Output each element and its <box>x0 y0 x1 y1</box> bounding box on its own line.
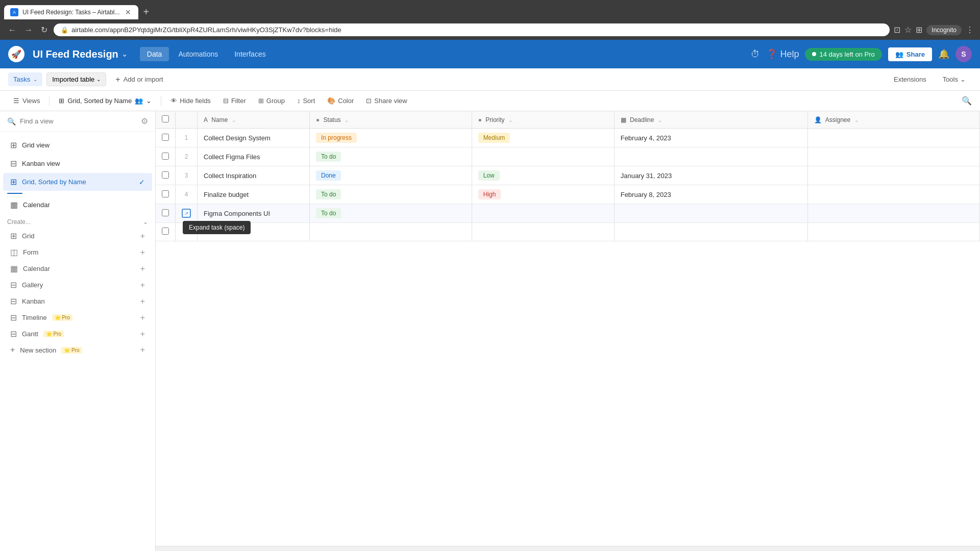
tab-close-button[interactable]: ✕ <box>124 8 132 16</box>
row-priority-cell[interactable] <box>472 204 614 223</box>
select-all-checkbox[interactable] <box>162 115 169 122</box>
row-checkbox[interactable] <box>162 171 169 179</box>
row-assignee-cell[interactable] <box>808 166 980 185</box>
deadline-sort-icon[interactable]: ⌄ <box>658 117 662 123</box>
url-box[interactable]: 🔒 airtable.com/appnB2PYqtdgiMrZG/tbliXpR… <box>54 23 890 36</box>
row-deadline-cell[interactable]: January 31, 2023 <box>614 166 807 185</box>
row-deadline-cell[interactable] <box>614 147 807 166</box>
group-button[interactable]: ⊞ Group <box>253 94 290 107</box>
row-assignee-cell[interactable] <box>808 223 980 241</box>
bookmark-icon[interactable]: ☆ <box>904 25 912 35</box>
row-checkbox[interactable] <box>162 228 169 235</box>
import-table-button[interactable]: Imported table ⌄ <box>46 72 106 86</box>
col-priority: ● Priority ⌄ <box>472 111 614 129</box>
row-priority-cell[interactable]: Medium <box>472 129 614 147</box>
row-priority-cell[interactable]: Low <box>472 166 614 185</box>
nav-automations-button[interactable]: Automations <box>171 47 225 61</box>
grid-sorted-button[interactable]: ⊞ Grid, Sorted by Name 👥 ⌄ <box>54 94 157 107</box>
sidebar-create-grid[interactable]: ⊞ Grid + <box>3 228 152 244</box>
table-row[interactable]: 4 Finalize budget To do High February 8,… <box>156 185 980 204</box>
sidebar-item-grid-sorted[interactable]: ⊞ Grid, Sorted by Name ✓ <box>3 173 152 191</box>
help-button[interactable]: ❓ Help <box>766 48 799 60</box>
nav-data-button[interactable]: Data <box>140 47 169 61</box>
reload-button[interactable]: ↻ <box>39 23 50 37</box>
sidebar-create-label: Kanban <box>22 297 45 305</box>
row-priority-cell[interactable] <box>472 223 614 241</box>
table-row[interactable]: 3 Collect Inspiration Done Low January 3… <box>156 166 980 185</box>
row-checkbox[interactable] <box>162 209 169 216</box>
avatar[interactable]: S <box>955 46 972 62</box>
expand-row-icon[interactable]: ↗ Expand task (space) <box>182 209 191 218</box>
hide-fields-button[interactable]: 👁 Hide fields <box>165 94 216 107</box>
menu-icon[interactable]: ⋮ <box>966 25 974 35</box>
sidebar-create-calendar[interactable]: ▦ Calendar + <box>3 261 152 277</box>
sidebar-create-form[interactable]: ◫ Form + <box>3 244 152 260</box>
add-import-button[interactable]: + Add or import <box>110 72 168 87</box>
color-button[interactable]: 🎨 Color <box>322 94 359 107</box>
row-deadline-cell[interactable] <box>614 204 807 223</box>
row-name-cell[interactable]: Collect Design System <box>198 129 310 147</box>
name-sort-icon[interactable]: ⌄ <box>232 117 236 123</box>
row-name-cell[interactable]: Finalize budget <box>198 185 310 204</box>
row-assignee-cell[interactable] <box>808 129 980 147</box>
table-row[interactable]: ↗ Expand task (space) Figma Components U… <box>156 204 980 223</box>
extension-icon[interactable]: ⊞ <box>916 25 922 35</box>
row-priority-cell[interactable]: High <box>472 185 614 204</box>
history-icon[interactable]: ⏱ <box>751 49 760 60</box>
table-row[interactable]: 1 Collect Design System In progress Medi… <box>156 129 980 147</box>
back-button[interactable]: ← <box>6 23 18 37</box>
sidebar-item-grid-view[interactable]: ⊞ Grid view <box>3 136 152 154</box>
row-deadline-cell[interactable] <box>614 223 807 241</box>
row-checkbox[interactable] <box>162 153 169 160</box>
search-input[interactable] <box>20 117 137 125</box>
row-status-cell[interactable]: To do <box>310 147 472 166</box>
row-checkbox[interactable] <box>162 190 169 197</box>
row-name-cell[interactable]: Collect Inspiration <box>198 166 310 185</box>
new-tab-button[interactable]: + <box>139 4 154 20</box>
row-status-cell[interactable]: To do <box>310 204 472 223</box>
sidebar-create-gantt[interactable]: ⊟ Gantt ⭐ Pro + <box>3 326 152 342</box>
table-row[interactable]: 6 <box>156 223 980 241</box>
filter-button[interactable]: ⊟ Filter <box>218 94 251 107</box>
sidebar-create-timeline[interactable]: ⊟ Timeline ⭐ Pro + <box>3 310 152 325</box>
active-tab[interactable]: A UI Feed Redesign: Tasks – Airtabl... ✕ <box>4 5 138 19</box>
views-button[interactable]: ☰ Views <box>8 94 45 107</box>
sidebar-item-kanban-view[interactable]: ⊟ Kanban view <box>3 155 152 172</box>
row-status-cell[interactable]: In progress <box>310 129 472 147</box>
notification-icon[interactable]: 🔔 <box>938 48 949 60</box>
table-row[interactable]: 2 Collect Figma Files To do <box>156 147 980 166</box>
row-priority-cell[interactable] <box>472 147 614 166</box>
search-icon[interactable]: 🔍 <box>962 96 972 106</box>
row-deadline-cell[interactable]: February 8, 2023 <box>614 185 807 204</box>
row-checkbox[interactable] <box>162 134 169 141</box>
row-assignee-cell[interactable] <box>808 147 980 166</box>
sidebar-new-section[interactable]: + New section ⭐ Pro + <box>3 342 152 358</box>
row-deadline-cell[interactable]: February 4, 2023 <box>614 129 807 147</box>
sidebar: 🔍 ⚙ ⊞ Grid view ⊟ Kanban view ⊞ Grid, So… <box>0 111 156 551</box>
row-status-cell[interactable] <box>310 223 472 241</box>
sort-icon: ↕ <box>297 97 301 105</box>
row-assignee-cell[interactable] <box>808 185 980 204</box>
assignee-sort-icon[interactable]: ⌄ <box>854 117 859 123</box>
row-name-cell[interactable]: Figma Components UI <box>198 204 310 223</box>
forward-button[interactable]: → <box>22 23 35 37</box>
sidebar-create-kanban[interactable]: ⊟ Kanban + <box>3 293 152 309</box>
nav-interfaces-button[interactable]: Interfaces <box>227 47 273 61</box>
sort-button[interactable]: ↕ Sort <box>292 94 320 107</box>
row-status-cell[interactable]: Done <box>310 166 472 185</box>
sidebar-create-gallery[interactable]: ⊟ Gallery + <box>3 277 152 293</box>
row-status-cell[interactable]: To do <box>310 185 472 204</box>
settings-icon[interactable]: ⚙ <box>141 116 148 126</box>
extensions-button[interactable]: Extensions <box>888 73 933 86</box>
app-title-chevron-icon[interactable]: ⌄ <box>121 50 128 58</box>
row-assignee-cell[interactable] <box>808 204 980 223</box>
share-view-button[interactable]: ⊡ Share view <box>361 94 412 107</box>
status-sort-icon[interactable]: ⌄ <box>345 117 349 123</box>
sidebar-item-calendar[interactable]: ▦ Calendar <box>3 196 152 214</box>
tools-button[interactable]: Tools ⌄ <box>937 73 972 86</box>
pro-badge[interactable]: 14 days left on Pro <box>805 48 881 61</box>
share-button[interactable]: 👥 Share <box>888 47 932 61</box>
tasks-tab[interactable]: Tasks ⌄ <box>8 72 42 86</box>
priority-sort-icon[interactable]: ⌄ <box>508 117 512 123</box>
row-name-cell[interactable]: Collect Figma Files <box>198 147 310 166</box>
